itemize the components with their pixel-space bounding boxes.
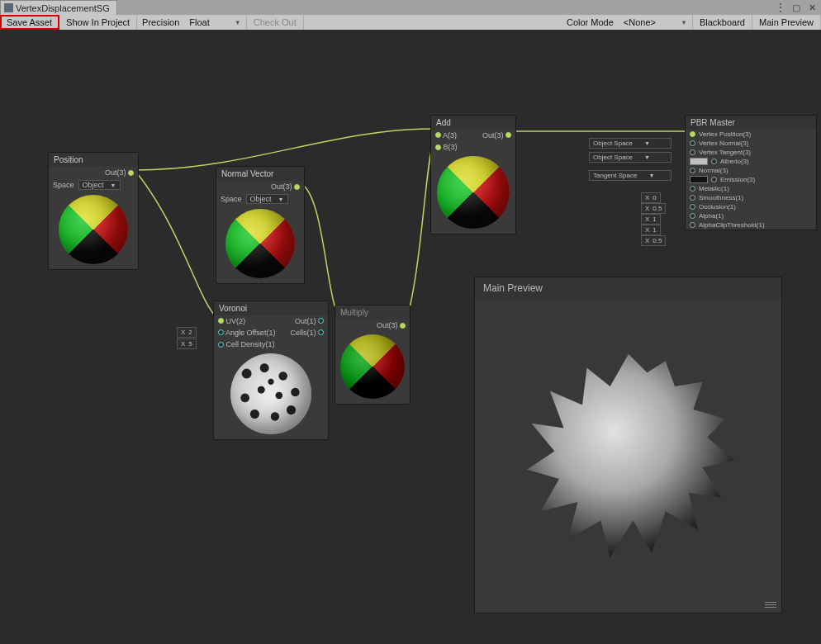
port-in[interactable] bbox=[711, 177, 717, 182]
pbr-input-row[interactable]: Occlusion(1) bbox=[686, 202, 816, 211]
input-cell-density-x[interactable]: X5 bbox=[177, 339, 197, 349]
node-preview-sphere bbox=[437, 156, 510, 229]
port-in[interactable] bbox=[711, 159, 717, 164]
check-out-button[interactable]: Check Out bbox=[247, 15, 304, 30]
port-in[interactable] bbox=[690, 186, 695, 192]
resize-handle[interactable] bbox=[765, 601, 776, 608]
pbr-input-row[interactable]: Vertex Tangent(3) bbox=[686, 148, 816, 157]
pbr-input-label: Emission(3) bbox=[720, 176, 755, 183]
color-swatch[interactable] bbox=[690, 158, 708, 165]
port-out[interactable] bbox=[505, 132, 511, 138]
space-row: Space Object▼ bbox=[49, 178, 138, 192]
port-in[interactable] bbox=[690, 204, 695, 210]
node-preview-voronoi bbox=[230, 353, 311, 434]
pbr-input-row[interactable]: Emission(3) bbox=[686, 175, 816, 184]
pbr-input-row[interactable]: Normal(3) bbox=[686, 166, 816, 175]
tab-shader-graph[interactable]: VertexDisplacementSG bbox=[0, 0, 117, 15]
node-title: Normal Vector bbox=[216, 167, 304, 181]
node-preview-sphere bbox=[59, 195, 128, 264]
chevron-down-icon: ▼ bbox=[235, 19, 241, 26]
kebab-menu-icon[interactable]: ⋮ bbox=[776, 2, 784, 13]
pbr-input-row[interactable]: Smoothness(1) bbox=[686, 193, 816, 202]
pbr-input-row[interactable]: AlphaClipThreshold(1) bbox=[686, 220, 816, 230]
color-swatch[interactable] bbox=[690, 176, 708, 183]
main-preview-button[interactable]: Main Preview bbox=[752, 15, 821, 30]
pbr-input-label: Smoothness(1) bbox=[699, 194, 743, 201]
port-cell-density[interactable] bbox=[218, 342, 224, 348]
vertex-normal-space-dropdown[interactable]: Object Space▼ bbox=[589, 152, 672, 163]
color-mode-dropdown[interactable]: <None>▼ bbox=[619, 15, 693, 30]
node-voronoi[interactable]: Voronoi UV(2) Out(1) Angle Offset(1) Cel… bbox=[213, 301, 329, 440]
blackboard-button[interactable]: Blackboard bbox=[693, 15, 752, 30]
node-title: PBR Master bbox=[686, 116, 816, 130]
pbr-input-label: Alpha(1) bbox=[699, 212, 724, 220]
pbr-x-input[interactable]: X0.5 bbox=[641, 235, 666, 246]
pbr-input-label: Occlusion(1) bbox=[699, 203, 736, 211]
main-preview-viewport[interactable] bbox=[475, 299, 781, 613]
pbr-input-label: Vertex Normal(3) bbox=[699, 140, 748, 147]
pbr-input-label: Vertex Position(3) bbox=[699, 130, 751, 138]
pbr-input-label: Vertex Tangent(3) bbox=[699, 149, 751, 156]
pbr-input-row[interactable]: Vertex Position(3) bbox=[686, 130, 816, 139]
node-preview-sphere bbox=[225, 209, 295, 278]
node-multiply[interactable]: Multiply Out(3) bbox=[335, 305, 410, 405]
toolbar: Save Asset Show In Project Precision Flo… bbox=[0, 15, 821, 30]
port-in[interactable] bbox=[690, 140, 695, 146]
port-in[interactable] bbox=[690, 222, 695, 228]
graph-canvas[interactable]: Position Out(3) Space Object▼ Normal Vec… bbox=[0, 30, 821, 644]
port-out[interactable]: Out(3) bbox=[49, 167, 138, 178]
port-in[interactable] bbox=[690, 168, 695, 173]
tab-title: VertexDisplacementSG bbox=[16, 3, 110, 13]
precision-label: Precision bbox=[137, 15, 184, 30]
port-cells[interactable] bbox=[318, 329, 324, 335]
save-asset-button[interactable]: Save Asset bbox=[0, 15, 59, 30]
pbr-x-input[interactable]: X0.5 bbox=[641, 203, 666, 214]
pbr-input-row[interactable]: Albedo(3) bbox=[686, 157, 816, 166]
node-preview-sphere bbox=[340, 334, 405, 399]
port-out[interactable]: Out(3) bbox=[335, 320, 410, 331]
port-angle-offset[interactable] bbox=[218, 329, 224, 335]
port-a[interactable] bbox=[435, 132, 441, 138]
vertex-position-space-dropdown[interactable]: Object Space▼ bbox=[589, 138, 672, 149]
pbr-input-row[interactable]: Vertex Normal(3) bbox=[686, 139, 816, 148]
shader-graph-icon bbox=[4, 3, 13, 12]
pbr-x-input[interactable]: X1 bbox=[641, 225, 661, 235]
port-in[interactable] bbox=[690, 213, 695, 219]
port-out[interactable] bbox=[318, 318, 324, 324]
node-add[interactable]: Add A(3) Out(3) B(3) bbox=[430, 115, 516, 234]
window-controls: ⋮ ▢ ✕ bbox=[776, 0, 821, 15]
port-uv[interactable] bbox=[218, 318, 224, 324]
main-preview-panel[interactable]: Main Preview bbox=[474, 277, 782, 613]
space-dropdown[interactable]: Object▼ bbox=[246, 194, 288, 204]
port-in[interactable] bbox=[690, 149, 695, 155]
pbr-input-label: Albedo(3) bbox=[720, 158, 749, 165]
pbr-input-label: Normal(3) bbox=[699, 167, 728, 174]
port-in[interactable] bbox=[690, 195, 695, 201]
close-icon[interactable]: ✕ bbox=[809, 2, 816, 13]
show-in-project-button[interactable]: Show In Project bbox=[59, 15, 137, 30]
pbr-x-input[interactable]: X1 bbox=[641, 214, 661, 225]
node-normal-vector[interactable]: Normal Vector Out(3) Space Object▼ bbox=[216, 166, 305, 284]
pbr-x-input[interactable]: X0 bbox=[641, 192, 661, 203]
precision-dropdown[interactable]: Float▼ bbox=[184, 15, 246, 30]
node-position[interactable]: Position Out(3) Space Object▼ bbox=[48, 152, 139, 270]
space-row: Space Object▼ bbox=[216, 192, 304, 206]
node-title: Add bbox=[431, 116, 515, 130]
port-b[interactable] bbox=[435, 144, 441, 150]
main-preview-title: Main Preview bbox=[475, 277, 781, 299]
maximize-icon[interactable]: ▢ bbox=[792, 2, 800, 13]
normal-space-dropdown[interactable]: Tangent Space▼ bbox=[589, 170, 672, 181]
input-angle-offset-x[interactable]: X2 bbox=[177, 327, 197, 338]
space-dropdown[interactable]: Object▼ bbox=[78, 180, 121, 190]
node-title: Multiply bbox=[335, 305, 410, 320]
node-title: Position bbox=[49, 153, 138, 167]
port-out[interactable]: Out(3) bbox=[216, 181, 304, 192]
node-title: Voronoi bbox=[214, 301, 328, 315]
pbr-input-label: AlphaClipThreshold(1) bbox=[699, 221, 765, 229]
pbr-input-row[interactable]: Metallic(1) bbox=[686, 184, 816, 193]
tab-bar: VertexDisplacementSG ⋮ ▢ ✕ bbox=[0, 0, 821, 15]
pbr-input-row[interactable]: Alpha(1) bbox=[686, 211, 816, 220]
chevron-down-icon: ▼ bbox=[681, 19, 687, 26]
port-in[interactable] bbox=[690, 131, 695, 137]
node-pbr-master[interactable]: PBR Master Vertex Position(3)Vertex Norm… bbox=[685, 115, 817, 230]
